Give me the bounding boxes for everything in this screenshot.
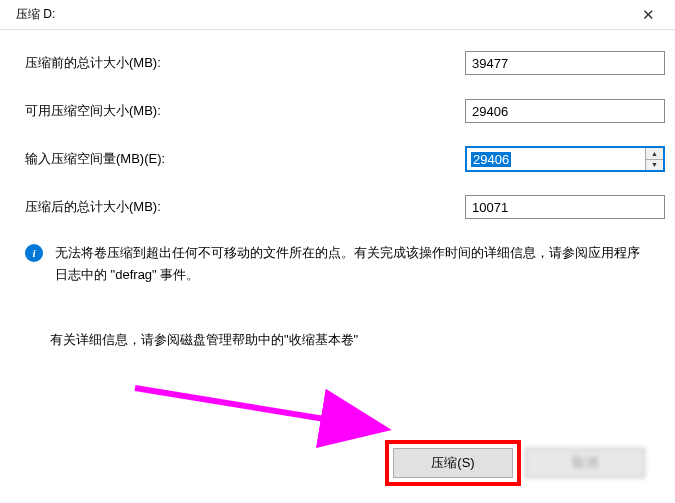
label-available: 可用压缩空间大小(MB): <box>25 102 325 120</box>
spinner-up-button[interactable]: ▲ <box>646 148 663 160</box>
shrink-dialog: 压缩 D: ✕ 压缩前的总计大小(MB): 可用压缩空间大小(MB): 输入压缩… <box>0 0 675 503</box>
dialog-title: 压缩 D: <box>16 6 55 23</box>
spinner-down-button[interactable]: ▼ <box>646 160 663 171</box>
row-input-shrink: 输入压缩空间量(MB)(E): 29406 ▲ ▼ <box>25 146 650 172</box>
field-after-total <box>465 195 665 219</box>
field-before-total <box>465 51 665 75</box>
row-available: 可用压缩空间大小(MB): <box>25 98 650 124</box>
svg-line-1 <box>135 388 380 428</box>
label-after-total: 压缩后的总计大小(MB): <box>25 198 325 216</box>
detail-text: 有关详细信息，请参阅磁盘管理帮助中的"收缩基本卷" <box>50 331 650 349</box>
row-after-total: 压缩后的总计大小(MB): <box>25 194 650 220</box>
info-row: i 无法将卷压缩到超出任何不可移动的文件所在的点。有关完成该操作时间的详细信息，… <box>25 242 650 286</box>
dialog-content: 压缩前的总计大小(MB): 可用压缩空间大小(MB): 输入压缩空间量(MB)(… <box>0 30 675 369</box>
row-before-total: 压缩前的总计大小(MB): <box>25 50 650 76</box>
shrink-amount-input[interactable]: 29406 <box>467 148 645 170</box>
annotation-arrow <box>130 378 410 448</box>
close-icon: ✕ <box>642 6 655 24</box>
button-row: 压缩(S) 取消 <box>393 448 645 478</box>
info-icon: i <box>25 244 43 262</box>
shrink-amount-spinner[interactable]: 29406 ▲ ▼ <box>465 146 665 172</box>
spinner-buttons: ▲ ▼ <box>645 148 663 170</box>
titlebar: 压缩 D: ✕ <box>0 0 675 30</box>
label-before-total: 压缩前的总计大小(MB): <box>25 54 325 72</box>
label-input-shrink: 输入压缩空间量(MB)(E): <box>25 150 325 168</box>
info-text: 无法将卷压缩到超出任何不可移动的文件所在的点。有关完成该操作时间的详细信息，请参… <box>55 242 650 286</box>
close-button[interactable]: ✕ <box>633 3 663 27</box>
cancel-button[interactable]: 取消 <box>525 448 645 478</box>
field-available <box>465 99 665 123</box>
shrink-button[interactable]: 压缩(S) <box>393 448 513 478</box>
